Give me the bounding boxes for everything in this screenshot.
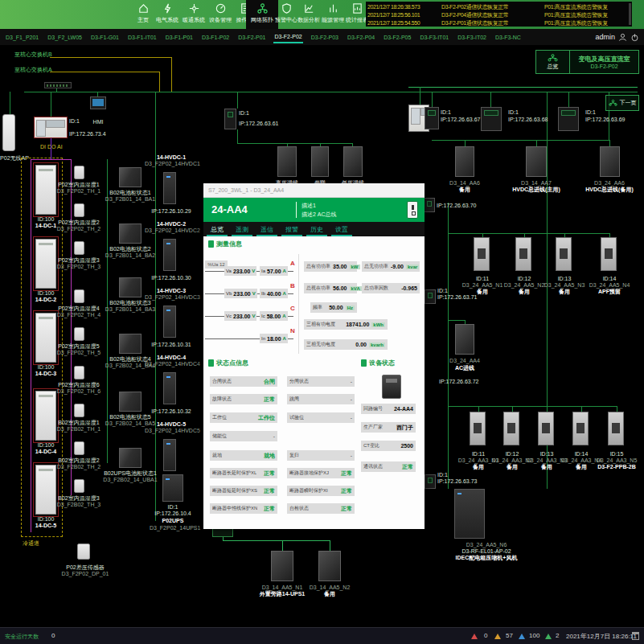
th-sensor[interactable]	[74, 404, 84, 417]
dialog-titlebar[interactable]: S7_200_3WL_1 - D3_24_AA4	[203, 183, 425, 198]
power-meter[interactable]	[558, 107, 579, 131]
mccb-breaker[interactable]	[515, 237, 531, 271]
battery-cabinet[interactable]	[119, 277, 142, 297]
alarm-row[interactable]: 2021/12/7 18:25:56.101 D3-F2-P04通信状态恢复正常…	[367, 10, 630, 18]
power-meter[interactable]	[481, 107, 502, 131]
battery-cabinet[interactable]	[119, 224, 142, 244]
mccb-breaker[interactable]	[474, 237, 490, 271]
tab-alarms[interactable]: 报警	[281, 224, 302, 236]
mccb-breaker[interactable]	[608, 412, 624, 445]
field-value: 正常	[402, 463, 413, 471]
feeder-breaker[interactable]	[455, 146, 474, 177]
power-icon[interactable]	[630, 33, 639, 42]
minor-alarm-icon[interactable]	[519, 634, 525, 639]
wire	[50, 72, 159, 72]
minor-alarm-count[interactable]: 100	[529, 632, 539, 639]
page-tab[interactable]: D3-F3-IT02	[457, 32, 487, 43]
dp-code: D3_F2P02_DP_01	[61, 571, 109, 577]
power-meter[interactable]	[425, 289, 436, 304]
bus-tie-breaker[interactable]	[311, 146, 329, 177]
tab-signals[interactable]: 遥信	[256, 224, 277, 236]
th-sensor[interactable]	[74, 241, 84, 255]
overview-button[interactable]: 总览	[536, 51, 570, 73]
ac-incoming-breaker[interactable]	[455, 324, 474, 355]
field-value: 西门子	[396, 424, 413, 432]
page-tab[interactable]: D3_F2_LW05	[47, 32, 83, 43]
hmi-screen[interactable]	[90, 96, 106, 109]
wire	[512, 406, 513, 412]
incoming-breaker[interactable]	[343, 146, 363, 177]
th-sensor[interactable]	[74, 203, 84, 217]
th-sensor[interactable]	[74, 479, 84, 493]
user-icon[interactable]	[618, 33, 627, 42]
page-tab[interactable]: D3_F1_P201	[5, 32, 39, 43]
stat-label: 总视在功率	[306, 285, 330, 292]
mccb-breaker[interactable]	[601, 237, 617, 271]
ups-output-breaker[interactable]	[271, 551, 293, 581]
th-sensor[interactable]	[74, 166, 84, 179]
page-tab[interactable]: D3-F1-G01	[90, 32, 120, 43]
page-tab[interactable]: D3-F1-P02	[201, 32, 230, 43]
wireless-ap[interactable]	[2, 114, 15, 151]
th-sensor[interactable]	[74, 327, 84, 341]
tab-telemetry[interactable]: 遥测	[232, 224, 252, 236]
power-meter[interactable]	[425, 107, 439, 129]
mini-switch[interactable]	[212, 528, 233, 537]
alarm-row[interactable]: 2021/12/7 18:26:38.573 D3-F2-P02通信状态恢复正常…	[367, 2, 630, 10]
tab-settings[interactable]: 设置	[331, 224, 352, 236]
page-tab[interactable]: D3-F2-P04	[347, 32, 375, 43]
plc-controller[interactable]	[34, 117, 68, 138]
hvdc-rack[interactable]	[163, 239, 176, 271]
mccb-breaker[interactable]	[470, 412, 486, 445]
page-tab[interactable]: D3-F1-IT01	[127, 32, 158, 43]
mccb-breaker[interactable]	[572, 412, 589, 445]
mccb-breaker[interactable]	[503, 412, 519, 445]
page-tab[interactable]: D3-F3-NC	[494, 32, 522, 43]
mccb-breaker[interactable]	[538, 412, 554, 445]
page-tab-active[interactable]: D3-F2-P02	[273, 31, 302, 43]
idec-cabinet[interactable]	[454, 489, 485, 539]
power-meter[interactable]	[424, 198, 435, 212]
calendar-icon[interactable]	[632, 632, 639, 640]
page-tab[interactable]: D3-F1-P01	[165, 32, 194, 43]
battery-cabinet[interactable]	[119, 448, 142, 468]
battery-cabinet[interactable]	[119, 392, 142, 412]
tab-overview[interactable]: 总览	[207, 224, 228, 236]
meter-id: ID:1	[437, 288, 448, 294]
battery-cabinet[interactable]	[119, 167, 142, 187]
next-page-button[interactable]: 下一页	[605, 95, 639, 111]
tab-history[interactable]: 历史	[306, 224, 327, 236]
page-tab[interactable]: D3-F3-IT01	[419, 32, 449, 43]
th-sensor[interactable]	[74, 366, 84, 379]
major-alarm-count[interactable]: 57	[506, 632, 513, 639]
ups-rack[interactable]	[162, 474, 183, 502]
battery-cabinet[interactable]	[119, 334, 142, 354]
info-alarm-count[interactable]: 2	[556, 632, 559, 639]
alarm-scrollbar[interactable]	[629, 3, 631, 25]
critical-alarm-count[interactable]: 0	[484, 632, 487, 639]
dp-sensor[interactable]	[77, 544, 90, 560]
alarm-row[interactable]: 2021/12/7 18:25:54.550 D3-F2-P01通信状态恢复正常…	[367, 18, 630, 27]
feeder-breaker[interactable]	[600, 146, 620, 177]
critical-alarm-icon[interactable]	[471, 634, 478, 639]
hvdc-rack[interactable]	[163, 372, 176, 404]
section-device: 设备状态	[361, 359, 395, 367]
hvdc-rack[interactable]	[163, 306, 176, 338]
power-meter[interactable]	[224, 109, 236, 129]
page-tab[interactable]: D3-F2-P01	[237, 32, 266, 43]
feeder-breaker[interactable]	[526, 146, 547, 177]
mccb-breaker[interactable]	[556, 237, 572, 271]
hvdc-rack[interactable]	[163, 172, 176, 204]
th-sensor[interactable]	[74, 289, 84, 303]
major-alarm-icon[interactable]	[494, 634, 501, 639]
ups-output-breaker[interactable]	[318, 551, 341, 581]
page-tab[interactable]: D3-F2-P03	[310, 32, 339, 43]
network-switch[interactable]	[44, 82, 72, 88]
dc-cabinet[interactable]	[35, 391, 56, 441]
th-sensor[interactable]	[74, 441, 84, 455]
power-meter[interactable]	[425, 474, 436, 489]
incoming-breaker[interactable]	[277, 146, 297, 177]
hvdc-rack[interactable]	[163, 439, 176, 471]
info-alarm-icon[interactable]	[545, 634, 552, 639]
page-tab[interactable]: D3-F2-P05	[383, 32, 412, 43]
